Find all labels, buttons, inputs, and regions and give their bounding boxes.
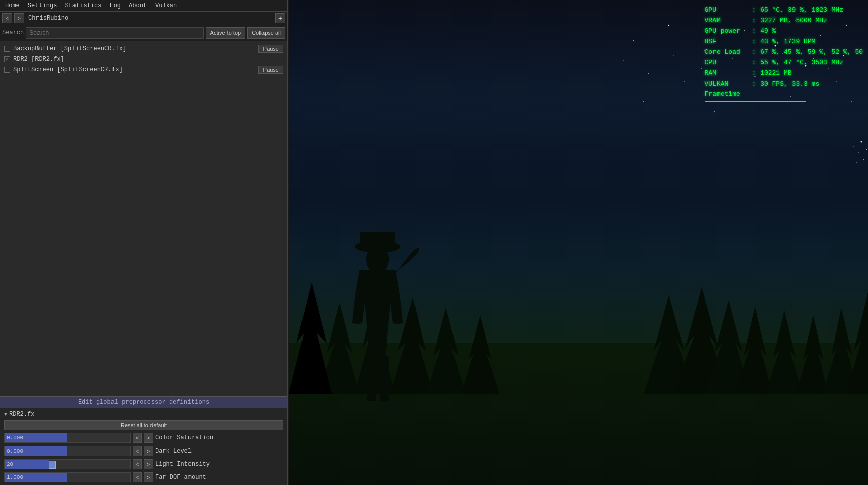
preproc-label-0: Color Saturation (155, 434, 283, 441)
preproc-increment-0[interactable]: > (144, 433, 153, 443)
menu-item-home[interactable]: Home (2, 1, 23, 10)
gpu-power-label: GPU power (705, 26, 750, 37)
profile-prev-button[interactable]: < (2, 13, 12, 23)
menu-item-settings[interactable]: Settings (25, 1, 60, 10)
collapse-all-button[interactable]: Collapse all (247, 27, 285, 39)
profile-name: ChrisRubino (26, 14, 273, 23)
svg-point-24 (856, 162, 857, 163)
effect-list: BackupBuffer [SplitScreenCR.fx] Pause ✓ … (0, 41, 287, 396)
preproc-text-0: 0.000 (5, 435, 23, 441)
preproc-text-2: 20 (5, 461, 13, 467)
gpu-power-value: : 49 % (752, 26, 776, 37)
svg-point-27 (673, 55, 674, 56)
reset-all-button[interactable]: Reset all to default (4, 420, 283, 430)
preproc-text-3: 1.000 (5, 474, 23, 480)
vram-label: VRAM (705, 16, 750, 26)
profile-add-button[interactable]: + (275, 13, 285, 23)
svg-point-17 (861, 141, 862, 143)
preproc-slider-handle-2[interactable] (49, 461, 56, 469)
preproc-section: ▼ RDR2.fx Reset all to default 0.000 < >… (0, 408, 287, 485)
preproc-value-3: 1.000 (4, 472, 131, 482)
svg-marker-39 (426, 308, 466, 394)
svg-marker-46 (796, 315, 828, 394)
preproc-increment-3[interactable]: > (144, 472, 153, 482)
core-load-value: : 67 %, 45 %, 59 %, 52 %, 50 (752, 47, 863, 58)
search-input[interactable] (26, 27, 203, 39)
preproc-section-name: RDR2.fx (9, 411, 34, 418)
hsf-label: HSF (705, 36, 750, 47)
preproc-decrement-3[interactable]: < (133, 472, 142, 482)
gpu-value: : 65 °C, 39 %, 1823 MHz (752, 5, 843, 16)
list-item[interactable]: SplitScreen [SplitScreenCR.fx] Pause (0, 64, 287, 76)
core-load-label: Core Load (705, 47, 750, 58)
effect-checkbox-2[interactable] (4, 67, 10, 73)
ram-value: : 10221 MB (752, 68, 792, 79)
effect-name-2: SplitScreen [SplitScreenCR.fx] (13, 66, 255, 73)
effect-pause-button-0[interactable]: Pause (258, 45, 283, 53)
preproc-row-0: 0.000 < > Color Saturation (0, 431, 287, 444)
svg-point-51 (366, 245, 389, 274)
svg-point-25 (623, 60, 624, 61)
profile-next-button[interactable]: > (14, 13, 24, 23)
preproc-increment-2[interactable]: > (144, 459, 153, 469)
preproc-value-1: 0.000 (4, 446, 131, 456)
left-panel: Home Settings Statistics Log About Vulka… (0, 0, 288, 485)
list-item[interactable]: ✓ RDR2 [RDR2.fx] (0, 54, 287, 64)
svg-rect-53 (380, 356, 389, 401)
svg-point-0 (633, 40, 634, 41)
preproc-increment-1[interactable]: > (144, 446, 153, 456)
search-bar: Search Active to top Collapse all (0, 25, 287, 41)
menu-item-log[interactable]: Log (106, 1, 124, 10)
effect-checkbox-0[interactable] (4, 46, 10, 52)
preproc-text-1: 0.000 (5, 448, 23, 454)
game-background: GPU : 65 °C, 39 %, 1823 MHz VRAM : 3227 … (289, 0, 868, 485)
preproc-decrement-1[interactable]: < (133, 446, 142, 456)
effect-checkbox-1[interactable]: ✓ (4, 56, 10, 62)
cpu-label: CPU (705, 58, 750, 68)
effect-name-1: RDR2 [RDR2.fx] (13, 56, 283, 63)
effect-pause-button-2[interactable]: Pause (258, 66, 283, 74)
hsf-value: : 43 %, 1739 RPM (752, 36, 816, 47)
preproc-value-0: 0.000 (4, 433, 131, 443)
effect-name-0: BackupBuffer [SplitScreenCR.fx] (13, 45, 255, 52)
list-item[interactable]: BackupBuffer [SplitScreenCR.fx] Pause (0, 43, 287, 54)
svg-point-18 (866, 149, 867, 150)
vulkan-value: : 30 FPS, 33.3 ms (752, 79, 820, 90)
preproc-label-1: Dark Level (155, 447, 283, 455)
profile-bar: < > ChrisRubino + (0, 12, 287, 25)
preproc-row-2: 20 < > Light Intensity (0, 458, 287, 471)
preprocessor-header: Edit global preprocessor definitions (0, 397, 287, 408)
preproc-section-header[interactable]: ▼ RDR2.fx (0, 409, 287, 419)
svg-point-21 (853, 146, 854, 147)
vulkan-label: VULKAN (705, 79, 750, 90)
active-top-button[interactable]: Active to top (206, 27, 246, 39)
preproc-value-2: 20 (4, 459, 131, 469)
svg-point-10 (684, 81, 685, 82)
menu-item-vulkan[interactable]: Vulkan (152, 1, 180, 10)
frametime-label: Frametime (705, 89, 750, 100)
ram-label: RAM (705, 68, 750, 79)
svg-point-9 (643, 101, 644, 102)
menu-item-statistics[interactable]: Statistics (62, 1, 104, 10)
preproc-row-1: 0.000 < > Dark Level (0, 444, 287, 458)
preproc-label-3: Far DOF amount (155, 474, 283, 481)
menu-item-about[interactable]: About (126, 1, 150, 10)
section-arrow-icon: ▼ (4, 412, 7, 417)
svg-marker-40 (461, 315, 499, 394)
character-silhouette (329, 221, 431, 414)
svg-point-11 (714, 111, 715, 112)
preproc-decrement-0[interactable]: < (133, 433, 142, 443)
svg-marker-45 (765, 310, 803, 394)
svg-marker-44 (735, 308, 773, 394)
svg-rect-52 (367, 356, 376, 401)
cpu-value: : 55 %, 47 °C, 3503 MHz (752, 58, 843, 68)
gpu-label: GPU (705, 5, 750, 16)
preproc-decrement-2[interactable]: < (133, 459, 142, 469)
vram-value: : 3227 MB, 5006 MHz (752, 16, 827, 26)
svg-point-22 (863, 159, 864, 160)
frametime-bar (705, 101, 806, 102)
hud-overlay: GPU : 65 °C, 39 %, 1823 MHz VRAM : 3227 … (705, 5, 863, 102)
menu-bar: Home Settings Statistics Log About Vulka… (0, 0, 287, 12)
search-label: Search (2, 29, 24, 36)
preproc-row-3: 1.000 < > Far DOF amount (0, 471, 287, 484)
